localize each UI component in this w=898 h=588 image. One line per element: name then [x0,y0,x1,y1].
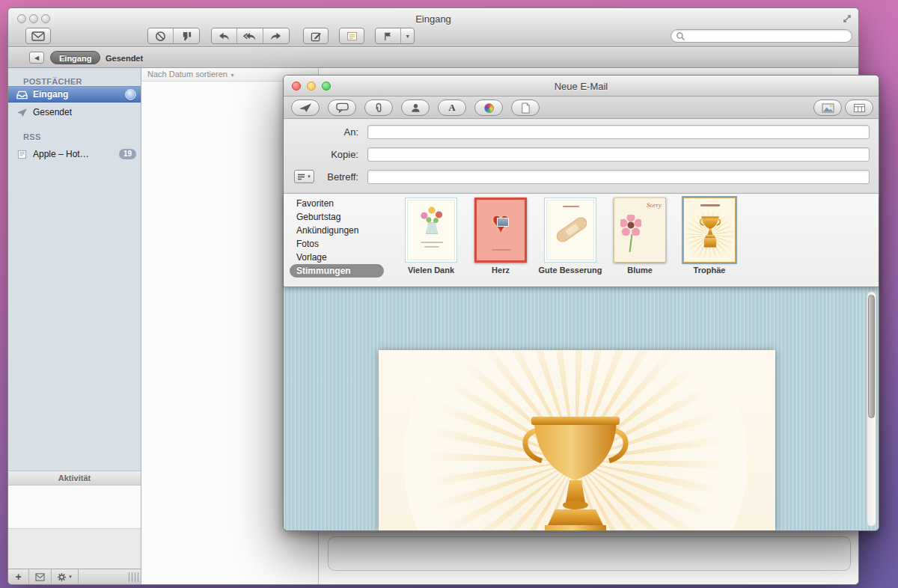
feed-label: Apple – Hot… [33,149,89,159]
paper-plane-icon [299,102,312,113]
junk-delete-group [147,28,200,44]
template-label: Herz [465,266,536,275]
sidebar-item-apple-rss[interactable]: Apple – Hot… 19 [8,146,141,162]
template-herz[interactable]: ♥ [474,197,527,263]
template-blume[interactable]: Sorry [614,197,666,263]
thumbs-down-icon [181,31,192,42]
header-fields-menu-button[interactable]: ▼ [294,170,314,183]
mini-envelope-icon [35,573,45,581]
pane-resize-handle[interactable] [129,572,138,582]
show-mail-activity-button[interactable] [29,569,52,584]
stationery-button[interactable] [845,99,873,116]
photo-icon [822,103,834,113]
inbox-icon [15,90,28,99]
main-window-chrome[interactable]: Eingang ▼ [8,8,858,47]
fonts-icon: A [448,102,455,114]
list-lines-icon [297,174,305,180]
to-label: An: [284,126,358,138]
compose-button[interactable] [303,28,329,44]
window-title: Eingang [8,13,858,25]
template-label: Vielen Dank [396,266,466,275]
back-icon: ◀ [34,55,39,61]
add-mailbox-button[interactable]: + [8,569,29,584]
stationery-card [379,350,775,530]
template-gute-besserung[interactable] [544,197,596,263]
reply-all-icon [243,31,257,41]
action-menu-button[interactable]: ▼ [52,569,79,584]
attach-button[interactable] [364,99,393,116]
flower-icon [620,215,641,236]
to-field[interactable] [367,125,870,139]
mini-trophy-icon [699,215,721,254]
template-vielen-dank[interactable] [405,197,457,263]
category-geburtstag[interactable]: Geburtstag [290,210,384,224]
fullscreen-icon[interactable] [843,14,852,23]
message-body-preview[interactable] [284,287,879,530]
category-favoriten[interactable]: Favoriten [290,197,384,210]
category-ankuendigungen[interactable]: Ankündigungen [290,224,384,237]
forward-button[interactable] [263,28,289,43]
reply-button[interactable] [212,28,237,43]
scrollbar-track[interactable] [867,291,876,527]
category-fotos[interactable]: Fotos [290,237,384,251]
tab-gesendet[interactable]: Gesendet [106,52,143,65]
sent-plane-icon [15,108,28,117]
reply-group [211,28,290,44]
flag-button[interactable] [376,28,401,43]
photo-thumbnail [497,218,509,227]
activity-area: Aktivität [8,471,141,569]
card-text-line [700,204,720,206]
card-text-line [563,206,579,207]
template-trophae-selected[interactable] [683,197,736,263]
tab-eingang[interactable]: Eingang [50,51,100,64]
subject-field[interactable] [367,170,870,184]
flag-group: ▼ [375,28,415,44]
card-text-line [424,246,439,248]
format-button[interactable] [511,99,540,116]
sidebar-item-gesendet[interactable]: Gesendet [8,104,141,120]
tab-bar: ◀ Eingang Gesendet [8,47,858,68]
section-title-postfaecher: POSTFÄCHER [23,77,82,86]
empty-message-box [328,536,851,571]
stem-icon [629,234,633,252]
forward-icon [269,31,282,41]
activity-body [8,486,141,529]
template-label: Gute Besserung [535,266,605,275]
activity-header: Aktivität [8,471,141,486]
junk-button[interactable] [174,28,199,43]
stationery-pane: Favoriten Geburtstag Ankündigungen Fotos… [284,194,879,287]
section-title-rss: RSS [23,132,41,141]
cc-field[interactable] [367,147,870,162]
fonts-button[interactable]: A [438,99,466,116]
paperclip-icon [373,102,385,114]
mailbox-label: Gesendet [33,107,72,117]
note-button[interactable] [339,28,364,44]
colors-button[interactable] [474,99,503,116]
reply-all-button[interactable] [237,28,263,43]
rss-feed-icon [15,150,28,159]
sort-arrow-icon: ▼ [230,73,235,78]
flag-menu-button[interactable]: ▼ [401,28,414,43]
desktop-background: Eingang ▼ [0,0,898,588]
template-label: Trophäe [674,266,745,275]
reply-icon [218,31,230,41]
get-mail-button[interactable] [25,28,51,44]
address-book-button[interactable] [401,99,430,116]
compose-titlebar[interactable]: Neue E-Mail [284,76,879,97]
flowers-icon [419,206,445,224]
chevron-down-icon: ▼ [68,575,73,579]
category-stimmungen[interactable]: Stimmungen [290,264,384,278]
category-vorlage[interactable]: Vorlage [290,251,384,264]
vase-icon [426,222,438,234]
scrollbar-thumb[interactable] [868,295,875,418]
chat-button[interactable] [328,99,356,116]
send-button[interactable] [291,99,320,116]
sidebar-item-eingang[interactable]: Eingang [8,86,141,102]
photo-browser-button[interactable] [813,99,842,116]
back-button[interactable]: ◀ [29,52,44,64]
bandaid-icon [555,215,590,244]
search-field[interactable] [671,29,852,43]
trophy-icon [519,408,632,530]
delete-button[interactable] [148,28,174,43]
note-icon [346,31,358,41]
